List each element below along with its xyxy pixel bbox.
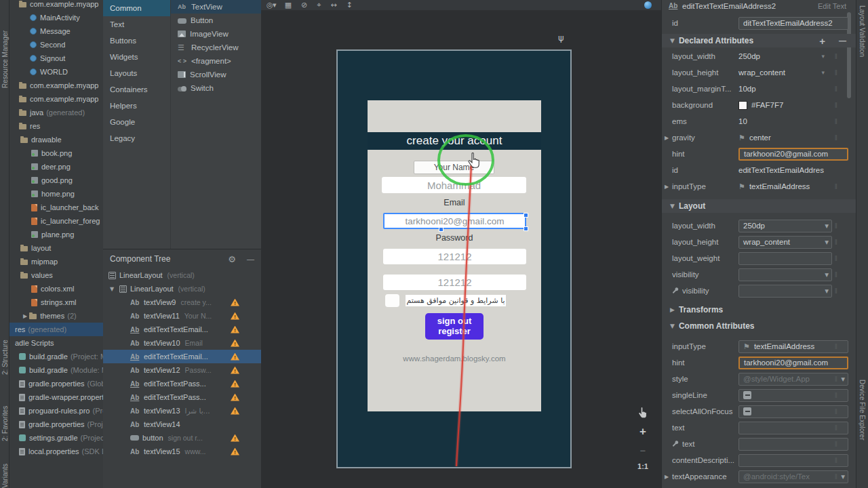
tree-item-gradle[interactable]: build.gradle(Project: M: [9, 350, 103, 363]
tree-item-class[interactable]: Message: [9, 24, 103, 38]
layout-weight-field[interactable]: [738, 252, 832, 265]
remove-attribute-button[interactable]: [839, 36, 846, 45]
tree-item-xml[interactable]: ic_launcher_back: [9, 201, 103, 214]
inputtype-field[interactable]: textEmailAddress: [738, 340, 848, 353]
grid-icon[interactable]: [285, 1, 292, 10]
attr-row[interactable]: ems10: [662, 113, 856, 129]
warning-icon[interactable]: [231, 394, 239, 401]
expand-arrow-icon[interactable]: ▶: [665, 135, 669, 141]
palette-category-text[interactable]: Text: [103, 16, 170, 33]
ct-item-textview12[interactable]: textView12Passw...: [103, 363, 261, 377]
tab-device-file-explorer[interactable]: Device File Explorer: [859, 380, 866, 440]
tab-layout-validation[interactable]: Layout Validation: [859, 5, 866, 57]
tree-item-package[interactable]: com.example.myapp: [9, 0, 103, 11]
tree-item-gradle[interactable]: build.gradle(Module: M: [9, 363, 103, 377]
selection-handle[interactable]: [524, 213, 528, 218]
palette-item-scrollview[interactable]: ScrollView: [171, 68, 261, 81]
warning-icon[interactable]: [231, 380, 239, 388]
expand-arrow-icon[interactable]: ▶: [665, 184, 669, 190]
palette-category-containers[interactable]: Containers: [103, 81, 170, 98]
tree-item-drawable[interactable]: drawable: [9, 133, 103, 146]
ct-item-textview11[interactable]: textView11Your N...: [103, 309, 261, 323]
tree-item-proguard[interactable]: proguard-rules.pro(Pro: [9, 404, 103, 418]
tree-item-properties[interactable]: gradle-wrapper.properti: [9, 390, 103, 404]
checkbox-indeterminate-icon[interactable]: [743, 391, 751, 399]
palette-category-buttons[interactable]: Buttons: [103, 33, 170, 49]
warning-icon[interactable]: [231, 434, 239, 442]
warning-icon[interactable]: [231, 353, 239, 361]
warning-icon[interactable]: [231, 299, 239, 306]
attr-row-inputtype[interactable]: ▶inputTypetextEmailAddress: [662, 178, 856, 195]
tab-structure[interactable]: 2: Structure: [1, 340, 9, 375]
hint-field[interactable]: tarkhooni20@gmail.com: [738, 357, 848, 369]
collapse-arrow-icon[interactable]: ▼: [110, 286, 114, 292]
tree-item-res-generated[interactable]: res(generated): [9, 323, 103, 336]
attr-row-tools-text[interactable]: text: [662, 436, 856, 452]
attr-row-id2[interactable]: ideditTextTextEmailAddres: [662, 162, 856, 178]
tree-item-values[interactable]: values: [9, 268, 103, 282]
view-options-icon[interactable]: [267, 1, 275, 10]
attr-row-text[interactable]: text: [662, 420, 856, 436]
tree-item-xml[interactable]: ic_launcher_foreg: [9, 214, 103, 228]
selection-handle[interactable]: [524, 226, 528, 231]
tools-text-field[interactable]: [738, 438, 848, 451]
attr-row[interactable]: inputTypetextEmailAddress: [662, 338, 856, 354]
tree-item-properties[interactable]: gradle.properties(Proje: [9, 418, 103, 431]
section-layout[interactable]: ▼ Layout: [662, 199, 856, 213]
tree-item-image[interactable]: deer.png: [9, 160, 103, 174]
tab-resource-manager[interactable]: Resource Manager: [1, 30, 9, 88]
palette-category-common[interactable]: Common: [103, 0, 170, 16]
tree-item-class[interactable]: WORLD: [9, 65, 103, 79]
resize-vertical-icon[interactable]: [347, 1, 353, 10]
ct-item-edittext-email2-selected[interactable]: editTextTextEmail...: [103, 350, 261, 363]
dropdown-caret-icon[interactable]: [821, 69, 825, 76]
palette-category-legacy[interactable]: Legacy: [103, 130, 170, 146]
ct-item-button[interactable]: buttonsign out r...: [103, 431, 261, 445]
warning-icon[interactable]: [231, 326, 239, 333]
tree-item-class[interactable]: Second: [9, 38, 103, 52]
id-field[interactable]: ditTextTextEmailAddress2: [738, 17, 848, 30]
ct-item-edittext-pass1[interactable]: editTextTextPass...: [103, 377, 261, 390]
tree-item-gradle-scripts[interactable]: adle Scripts: [9, 336, 103, 350]
section-common-attributes[interactable]: ▼ Common Attributes: [662, 319, 856, 333]
attr-row-hint-common[interactable]: hinttarkhooni20@gmail.com: [662, 354, 856, 371]
pan-hand-icon[interactable]: [637, 407, 649, 419]
attr-row[interactable]: layout_width250dp: [662, 48, 856, 64]
tree-item-res[interactable]: res: [9, 119, 103, 133]
signout-register-button[interactable]: sign out register: [425, 313, 484, 340]
palette-item-imageview[interactable]: ImageView: [171, 27, 261, 41]
tree-item-class[interactable]: MainActivity: [9, 11, 103, 24]
expand-arrow-icon[interactable]: ▶: [670, 306, 675, 313]
attr-row-style[interactable]: style@style/Widget.App: [662, 371, 856, 387]
ct-item-textview15[interactable]: textView15www...: [103, 445, 261, 458]
ct-item-linearlayout[interactable]: ▼LinearLayout(vertical): [103, 282, 261, 296]
attr-row-tools-visibility[interactable]: visibility: [662, 283, 856, 299]
color-swatch[interactable]: [738, 101, 747, 110]
expand-arrow-icon[interactable]: ▶: [665, 474, 669, 480]
palette-category-layouts[interactable]: Layouts: [103, 65, 170, 81]
palette-item-fragment[interactable]: <fragment>: [171, 54, 261, 68]
tools-visibility-dropdown[interactable]: [738, 285, 832, 298]
attr-row-singleline[interactable]: singleLine: [662, 387, 856, 403]
visibility-dropdown[interactable]: [738, 268, 832, 281]
tree-item-java[interactable]: java(generated): [9, 106, 103, 119]
sync-sphere-icon[interactable]: [644, 1, 652, 9]
palette-category-helpers[interactable]: Helpers: [103, 98, 170, 114]
design-surface[interactable]: create your acount Your Name Mohammad Em…: [261, 0, 661, 488]
ct-item-edittext-pass2[interactable]: editTextTextPass...: [103, 390, 261, 404]
your-name-label[interactable]: Your Name: [414, 161, 494, 174]
form-preview[interactable]: create your acount Your Name Mohammad Em…: [368, 100, 541, 411]
attr-row[interactable]: layout_heightwrap_content: [662, 234, 856, 250]
palette-item-switch[interactable]: Switch: [171, 81, 261, 95]
ct-item-textview13[interactable]: textView13با شرا...: [103, 404, 261, 418]
attr-row-gravity[interactable]: ▶gravitycenter: [662, 129, 856, 146]
attr-row-selectallonfocus[interactable]: selectAllOnFocus: [662, 403, 856, 420]
selectallonfocus-checkbox-field[interactable]: [738, 405, 848, 418]
minimize-icon[interactable]: [247, 254, 254, 264]
style-dropdown[interactable]: @style/Widget.App: [738, 373, 848, 386]
zoom-out-button[interactable]: [640, 445, 646, 456]
checkbox-indeterminate-icon[interactable]: [743, 407, 751, 415]
tree-item-image[interactable]: home.png: [9, 187, 103, 201]
gear-icon[interactable]: [228, 254, 236, 264]
collapse-arrow-icon[interactable]: ▼: [670, 37, 675, 44]
